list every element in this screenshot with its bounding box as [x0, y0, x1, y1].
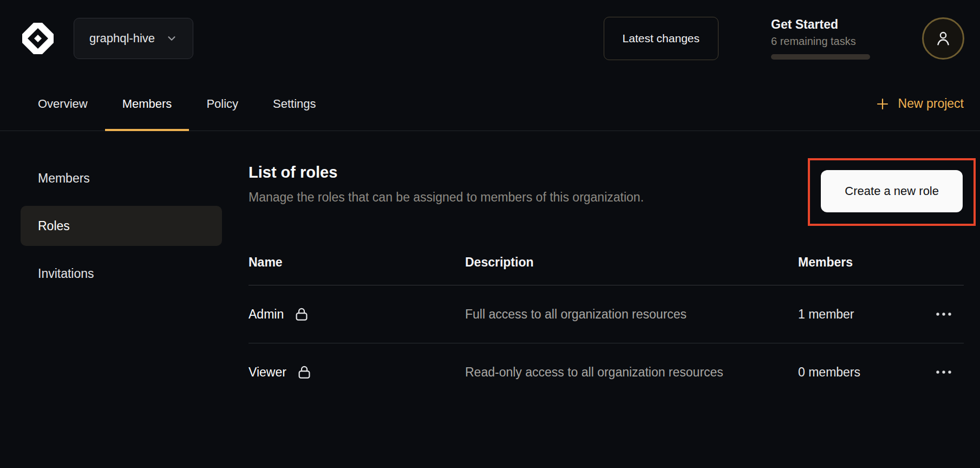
lock-icon [296, 364, 312, 380]
ellipsis-icon [935, 310, 953, 318]
page-title: List of roles [249, 164, 644, 181]
tab-policy[interactable]: Policy [189, 77, 256, 131]
get-started-progress-bar [771, 54, 870, 60]
new-project-button[interactable]: New project [876, 96, 964, 111]
sidebar-item-invitations[interactable]: Invitations [21, 253, 222, 294]
roles-header-text: List of roles Manage the roles that can … [249, 158, 644, 205]
roles-header: List of roles Manage the roles that can … [249, 158, 964, 226]
top-navbar: graphql-hive Latest changes Get Started … [0, 0, 980, 77]
ellipsis-icon [935, 368, 953, 376]
role-name-cell: Admin [249, 306, 465, 322]
tab-members[interactable]: Members [105, 77, 190, 131]
table-row-admin: Admin Full access to all organization re… [249, 285, 964, 343]
role-description: Full access to all organization resource… [465, 303, 736, 325]
role-name: Viewer [249, 365, 286, 380]
create-role-button[interactable]: Create a new role [821, 170, 963, 212]
get-started-widget[interactable]: Get Started 6 remaining tasks [771, 17, 870, 60]
main-area: Members Roles Invitations List of roles … [0, 131, 980, 401]
org-switcher-button[interactable]: graphql-hive [74, 18, 193, 59]
column-header-members: Members [798, 255, 933, 270]
table-row-viewer: Viewer Read-only access to all organizat… [249, 343, 964, 401]
sidebar-item-members[interactable]: Members [21, 158, 222, 198]
sidebar-item-roles[interactable]: Roles [21, 206, 222, 246]
lock-icon [293, 306, 310, 322]
user-icon [933, 29, 953, 48]
chevron-down-icon [166, 32, 178, 44]
tab-settings[interactable]: Settings [256, 77, 334, 131]
roles-content: List of roles Manage the roles that can … [249, 158, 964, 401]
role-members-count: 0 members [798, 365, 933, 380]
roles-table: Name Description Members Admin Full acce… [249, 241, 964, 401]
user-avatar[interactable] [922, 17, 964, 60]
org-switcher-label: graphql-hive [89, 31, 155, 46]
hive-logo-icon[interactable] [21, 21, 55, 56]
latest-changes-button[interactable]: Latest changes [604, 17, 718, 60]
page-subtitle: Manage the roles that can be assigned to… [249, 190, 644, 205]
plus-icon [876, 97, 890, 111]
role-description: Read-only access to all organization res… [465, 361, 736, 383]
get-started-title: Get Started [771, 17, 870, 32]
role-name-cell: Viewer [249, 364, 465, 380]
column-header-description: Description [465, 255, 798, 270]
column-header-name: Name [249, 255, 465, 270]
annotation-box: Create a new role [808, 158, 976, 226]
role-members-count: 1 member [798, 307, 933, 322]
tab-overview[interactable]: Overview [21, 77, 105, 131]
roles-table-header: Name Description Members [249, 241, 964, 285]
new-project-label: New project [898, 96, 964, 111]
row-actions-button[interactable] [933, 307, 954, 321]
row-actions-button[interactable] [933, 365, 954, 379]
get-started-subtitle: 6 remaining tasks [771, 35, 870, 48]
role-name: Admin [249, 307, 284, 322]
org-tabs: Overview Members Policy Settings New pro… [0, 77, 980, 131]
members-sidebar: Members Roles Invitations [21, 158, 222, 401]
